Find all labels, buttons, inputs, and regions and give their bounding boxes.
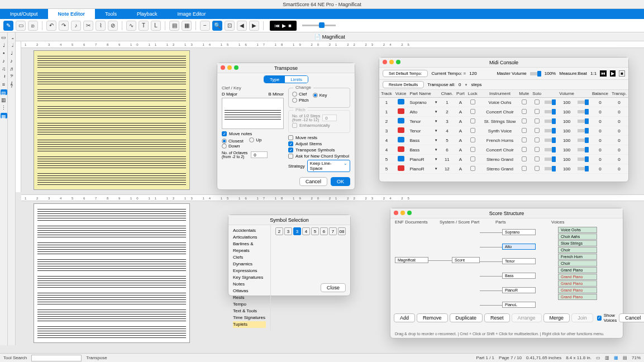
toolbtn-undo[interactable]: ↶: [46, 21, 56, 31]
midi-col-header[interactable]: Volume: [557, 90, 576, 98]
tree-part[interactable]: Tenor: [502, 258, 536, 264]
midi-col-header[interactable]: Lock: [466, 90, 479, 98]
pal2-4-icon[interactable]: ♪: [9, 58, 15, 64]
mute-checkbox[interactable]: [522, 147, 527, 152]
toolbtn-zoomout[interactable]: −: [200, 21, 210, 31]
toolbtn-next[interactable]: ▶: [249, 21, 259, 31]
remove-button[interactable]: Remove: [417, 313, 448, 322]
close-icon[interactable]: [383, 60, 387, 64]
half-steps-input[interactable]: [322, 115, 337, 121]
symbol-category-item[interactable]: Barlines & Repeats: [233, 241, 266, 254]
symbol-category-item[interactable]: Expressions: [233, 268, 266, 274]
score-view-image[interactable]: [34, 50, 190, 190]
solo-checkbox[interactable]: [535, 99, 540, 104]
tab-input-output[interactable]: Input/Output: [0, 9, 48, 19]
symbol-category-item[interactable]: Notes: [233, 281, 266, 288]
solo-checkbox[interactable]: [535, 137, 540, 142]
volume-slider[interactable]: [545, 139, 556, 142]
tree-part[interactable]: PianoL: [502, 302, 536, 308]
mute-checkbox[interactable]: [522, 156, 527, 161]
toolbtn-tie[interactable]: ∿: [126, 21, 136, 31]
voice-chip[interactable]: [398, 127, 404, 133]
toolbtn-2[interactable]: ▭: [16, 21, 26, 31]
mute-checkbox[interactable]: [522, 99, 527, 104]
symbol-category-item[interactable]: Key Signatures: [233, 274, 266, 281]
zoom-icon[interactable]: [407, 211, 412, 215]
midi-track-row[interactable]: 1Alto▼2AConcert Choir10000: [379, 107, 628, 117]
lock-checkbox[interactable]: [470, 166, 475, 171]
clef-radio[interactable]: [292, 92, 297, 97]
tree-voice[interactable]: Choir: [558, 247, 597, 253]
toolbtn-beam[interactable]: ⌇: [96, 21, 106, 31]
view-icon-2[interactable]: ▥: [605, 355, 609, 360]
symbol-variant-tab[interactable]: 7: [329, 227, 337, 235]
transpose-ok-button[interactable]: OK: [331, 177, 350, 186]
move-rests-checkbox[interactable]: [288, 135, 293, 140]
tab-note-editor[interactable]: Note Editor: [48, 9, 96, 19]
volume-slider[interactable]: [545, 167, 556, 170]
mute-checkbox[interactable]: [522, 166, 527, 171]
tab-tools[interactable]: Tools: [95, 9, 127, 19]
minimize-icon[interactable]: [227, 65, 232, 70]
stop-icon[interactable]: ■: [288, 23, 291, 28]
tree-part[interactable]: Soprano: [502, 229, 536, 235]
minimize-icon[interactable]: [400, 211, 405, 215]
transpose-cancel-button[interactable]: Cancel: [299, 177, 327, 186]
volume-slider[interactable]: [545, 120, 556, 123]
toolbtn-text[interactable]: T: [139, 21, 149, 31]
tree-voice[interactable]: Voice Oohs: [558, 227, 597, 233]
midi-track-row[interactable]: 4Bass▼6AConcert Choir10000: [379, 145, 628, 155]
midi-col-header[interactable]: Chan.: [440, 90, 455, 98]
toolbtn-redo[interactable]: ↷: [59, 21, 69, 31]
pal2-6-icon[interactable]: 𝄢: [9, 74, 15, 79]
structure-tree[interactable]: Magnificat Score SopranoAltoTenorBassPia…: [390, 226, 623, 315]
strategy-dropdown[interactable]: Keep Line-Space⌄: [307, 160, 350, 172]
tree-voice[interactable]: Grand Piano: [558, 287, 597, 293]
toolbtn-zoom[interactable]: 🔍: [212, 21, 222, 31]
toolbtn-zoomin[interactable]: ⊡: [225, 21, 235, 31]
symbol-category-item[interactable]: Articulations: [233, 234, 266, 241]
midi-stop-icon[interactable]: ■: [619, 70, 625, 77]
pal-d-icon[interactable]: ≡: [1, 82, 7, 87]
symbol-variant-tab[interactable]: 5: [311, 227, 319, 235]
pal-e-icon[interactable]: ▤: [1, 89, 7, 95]
midi-track-row[interactable]: 5PianoR▼12AStereo Grand10000: [379, 164, 628, 174]
tree-voice[interactable]: Grand Piano: [558, 294, 597, 300]
view-icon-4[interactable]: ▤: [623, 355, 627, 360]
voice-chip[interactable]: [398, 118, 404, 123]
tree-voice[interactable]: Choir Aahs: [558, 234, 597, 240]
lock-checkbox[interactable]: [470, 109, 475, 114]
key-radio[interactable]: [313, 93, 318, 98]
tree-voice[interactable]: Grand Piano: [558, 274, 597, 280]
toolbtn-1[interactable]: ✎: [3, 21, 13, 31]
volume-slider[interactable]: [545, 101, 556, 104]
pal-rest-icon[interactable]: ▪: [1, 50, 7, 56]
pal2-2-icon[interactable]: 𝅗𝅥: [9, 42, 15, 48]
symbols-close-button[interactable]: Close: [321, 283, 346, 292]
solo-checkbox[interactable]: [535, 118, 540, 123]
midi-col-header[interactable]: Part Name: [408, 90, 432, 98]
midi-track-row[interactable]: 1Soprano▼1AVoice Oohs10000: [379, 98, 628, 107]
adjust-stems-checkbox[interactable]: ✓: [288, 141, 293, 146]
reset-button[interactable]: Reset: [484, 313, 510, 322]
ask-chord-checkbox[interactable]: [288, 154, 293, 159]
play-icon[interactable]: ▶: [282, 23, 286, 28]
mute-checkbox[interactable]: [522, 109, 527, 114]
close-icon[interactable]: [221, 65, 225, 70]
pal-c-icon[interactable]: 𝄽: [1, 74, 7, 79]
voice-chip[interactable]: [398, 137, 404, 142]
toolbtn-note[interactable]: ♪: [71, 21, 81, 31]
symbol-category-item[interactable]: Rests: [233, 294, 266, 301]
midi-col-header[interactable]: [543, 90, 557, 98]
octaves-input[interactable]: [251, 151, 268, 158]
midi-col-header[interactable]: Solo: [531, 90, 543, 98]
merge-button[interactable]: Merge: [543, 313, 570, 322]
midi-col-header[interactable]: [433, 90, 440, 98]
pal2-5-icon[interactable]: ♬: [9, 66, 15, 72]
midi-col-header[interactable]: Instrument: [483, 90, 518, 98]
move-notes-checkbox[interactable]: ✓: [222, 131, 227, 136]
balance-slider[interactable]: [578, 167, 589, 170]
midi-col-header[interactable]: Balance: [590, 90, 610, 98]
tempo-slider[interactable]: [302, 25, 336, 26]
midi-col-header[interactable]: Voice: [394, 90, 408, 98]
